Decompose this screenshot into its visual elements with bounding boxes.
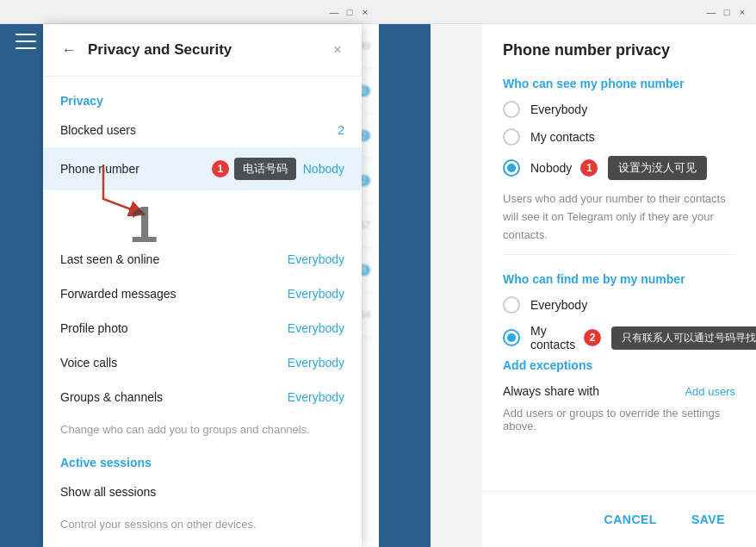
radio-circle-find-everybody	[503, 296, 520, 314]
sidebar-item-phone-number[interactable]: Phone number 1 电话号码 Nobody	[43, 147, 362, 190]
radio-see-contacts[interactable]: My contacts	[503, 128, 735, 146]
right-maximize-button[interactable]: □	[720, 5, 734, 19]
radio-find-everybody[interactable]: Everybody	[503, 296, 735, 314]
forwarded-label: Forwarded messages	[60, 287, 288, 301]
annotation-number-1: 1	[212, 160, 229, 177]
sessions-description: Control your sessions on other devices.	[43, 509, 362, 544]
radio-label-find-contacts: My contacts	[530, 324, 575, 351]
right-title-bar: — □ ×	[379, 0, 756, 24]
sidebar-item-groups[interactable]: Groups & channels Everybody	[43, 380, 362, 414]
profile-photo-label: Profile photo	[60, 321, 288, 335]
arrow-annotation-area: 1	[43, 190, 362, 242]
nobody-tooltip: 设置为没人可见	[608, 156, 707, 180]
show-sessions-label: Show all sessions	[60, 485, 344, 499]
who-can-find-label: Who can find me by my number	[503, 272, 735, 286]
right-window: — □ × Phone number privacy Who can see m…	[379, 0, 756, 547]
privacy-description: Change who can add you to groups and cha…	[43, 414, 362, 449]
right-minimize-button[interactable]: —	[704, 5, 718, 19]
voice-calls-value: Everybody	[288, 356, 344, 370]
active-sessions-label: Active sessions	[43, 449, 362, 475]
annotation-number-2: 2	[584, 329, 601, 346]
radio-circle-find-contacts	[503, 329, 520, 346]
who-can-see-label: Who can see my phone number	[503, 77, 735, 90]
left-window: — □ × 1:49	[0, 0, 379, 547]
close-button[interactable]: ×	[358, 5, 372, 19]
phone-privacy-dialog: Phone number privacy Who can see my phon…	[482, 24, 756, 547]
radio-circle-nobody	[503, 159, 520, 177]
add-users-button[interactable]: Add users	[685, 385, 735, 398]
dialog-footer: CANCEL SAVE	[482, 491, 756, 547]
blocked-users-label: Blocked users	[60, 123, 338, 137]
menu-line	[15, 34, 36, 35]
privacy-security-panel: ← Privacy and Security × Privacy Blocked…	[43, 24, 362, 547]
phone-privacy-note: Users who add your number to their conta…	[503, 190, 735, 255]
forwarded-value: Everybody	[288, 287, 344, 301]
add-exceptions-header: Add exceptions	[503, 358, 735, 372]
panel-close-button[interactable]: ×	[327, 40, 348, 60]
panel-title: Privacy and Security	[88, 41, 327, 59]
right-content: Phone number privacy Who can see my phon…	[379, 24, 756, 547]
dialog-title: Phone number privacy	[503, 41, 735, 59]
dialog-body: Phone number privacy Who can see my phon…	[482, 24, 756, 491]
left-title-bar: — □ ×	[0, 0, 379, 24]
exceptions-note: Add users or groups to override the sett…	[503, 407, 735, 432]
radio-label-nobody: Nobody	[530, 161, 572, 175]
profile-photo-value: Everybody	[288, 321, 344, 335]
menu-line	[15, 40, 36, 42]
blocked-users-value: 2	[338, 123, 344, 137]
minimize-button[interactable]: —	[327, 5, 341, 19]
menu-line	[15, 47, 36, 49]
phone-number-value: Nobody	[303, 162, 344, 176]
groups-label: Groups & channels	[60, 390, 288, 404]
voice-calls-label: Voice calls	[60, 356, 288, 370]
always-share-label: Always share with	[503, 384, 599, 398]
radio-label-contacts: My contacts	[530, 130, 595, 144]
last-seen-value: Everybody	[288, 252, 344, 266]
sidebar-item-forwarded[interactable]: Forwarded messages Everybody	[43, 277, 362, 311]
privacy-section-label: Privacy	[43, 87, 362, 113]
last-seen-label: Last seen & online	[60, 252, 288, 266]
right-tg-sidebar	[379, 24, 431, 547]
radio-label-find-everybody: Everybody	[530, 298, 587, 312]
add-exceptions-section: Add exceptions Always share with Add use…	[503, 358, 735, 432]
panel-header: ← Privacy and Security ×	[43, 24, 362, 77]
right-close-button[interactable]: ×	[735, 5, 749, 19]
save-button[interactable]: SAVE	[681, 506, 735, 533]
sidebar-item-profile-photo[interactable]: Profile photo Everybody	[43, 311, 362, 345]
phone-annotation-bubble: 电话号码	[234, 158, 296, 180]
right-chat-bg: Phone number privacy Who can see my phon…	[431, 24, 756, 547]
back-button[interactable]: ←	[57, 38, 81, 62]
annotation-number-1-right: 1	[580, 159, 598, 177]
panel-body: Privacy Blocked users 2 Phone number 1 电…	[43, 77, 362, 547]
cancel-button[interactable]: CANCEL	[594, 506, 667, 533]
radio-circle-contacts	[503, 128, 520, 146]
radio-see-everybody[interactable]: Everybody	[503, 101, 735, 118]
add-exceptions-title: Add exceptions	[503, 358, 592, 372]
radio-find-contacts[interactable]: My contacts 2 只有联系人可以通过号码寻找	[503, 324, 735, 351]
contacts-tooltip: 只有联系人可以通过号码寻找	[611, 326, 756, 350]
sidebar-item-blocked-users[interactable]: Blocked users 2	[43, 113, 362, 147]
radio-see-nobody[interactable]: Nobody 1 设置为没人可见	[503, 156, 735, 180]
groups-value: Everybody	[288, 390, 344, 404]
radio-label-everybody: Everybody	[530, 103, 587, 116]
always-share-row: Always share with Add users	[503, 381, 735, 401]
radio-circle-everybody	[503, 101, 520, 118]
left-content: 1:49 5496 2	[0, 24, 379, 547]
maximize-button[interactable]: □	[343, 5, 356, 19]
sidebar-item-voice-calls[interactable]: Voice calls Everybody	[43, 345, 362, 380]
sidebar-item-show-sessions[interactable]: Show all sessions	[43, 475, 362, 509]
sidebar-item-last-seen[interactable]: Last seen & online Everybody	[43, 242, 362, 277]
